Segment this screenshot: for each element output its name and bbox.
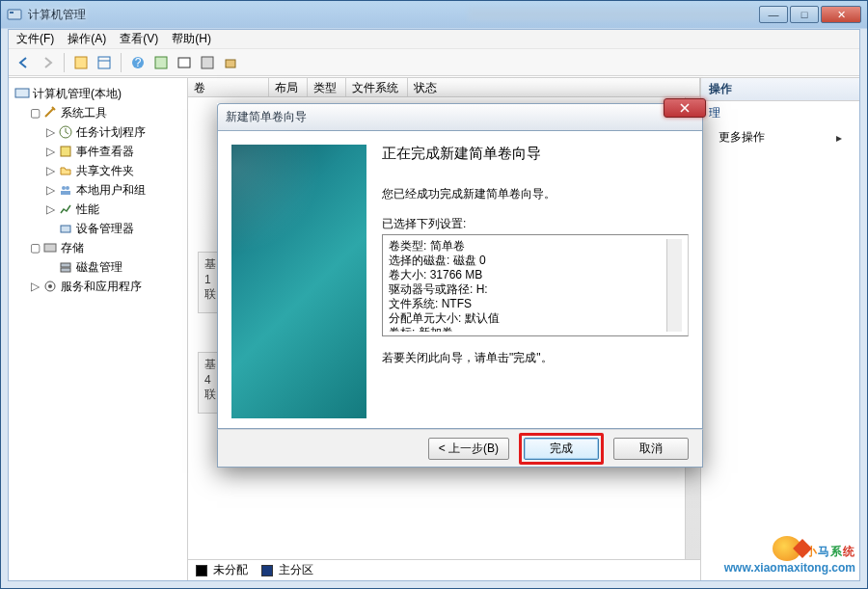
wizard-cancel-button[interactable]: 取消: [613, 438, 689, 460]
tree-local-users[interactable]: ▷本地用户和组: [43, 180, 183, 200]
computer-icon: [14, 86, 30, 101]
column-headers: 卷 布局 类型 文件系统 状态: [188, 78, 700, 97]
col-fs[interactable]: 文件系统: [346, 78, 408, 96]
wizard-finish-button[interactable]: 完成: [524, 438, 599, 460]
svg-rect-9: [202, 57, 213, 68]
expand-icon[interactable]: ▷: [45, 162, 55, 179]
svg-text:?: ?: [135, 56, 142, 69]
tree-storage[interactable]: ▢ 存储: [28, 238, 183, 257]
expand-icon[interactable]: ▷: [45, 181, 55, 199]
tb-icon-6[interactable]: [221, 53, 240, 72]
swatch-primary: [261, 565, 273, 576]
tree-pane: 计算机管理(本地) ▢ 系统工具: [9, 78, 188, 580]
swatch-unallocated: [196, 565, 207, 576]
tree-root[interactable]: 计算机管理(本地): [13, 84, 183, 103]
svg-rect-0: [8, 10, 21, 19]
storage-icon: [42, 240, 58, 255]
tree-disk-management[interactable]: 磁盘管理: [43, 257, 183, 277]
minimize-button[interactable]: —: [759, 6, 788, 23]
dialog-close-button[interactable]: [664, 98, 706, 118]
tree-device-manager[interactable]: 设备管理器: [43, 219, 183, 238]
collapse-icon[interactable]: ▢: [30, 104, 40, 121]
clock-icon: [58, 124, 73, 140]
svg-rect-2: [75, 57, 87, 68]
disk-icon: [58, 259, 73, 275]
svg-point-15: [66, 186, 69, 190]
wizard-back-button[interactable]: < 上一步(B): [428, 438, 509, 460]
svg-rect-19: [61, 263, 70, 267]
svg-rect-1: [10, 12, 14, 13]
help-icon[interactable]: ?: [128, 53, 148, 72]
actions-pane: 操作 理 更多操作 ▸: [701, 78, 859, 580]
actions-more[interactable]: 更多操作 ▸: [701, 125, 859, 149]
wizard-heading: 正在完成新建简单卷向导: [382, 145, 689, 163]
app-window: 计算机管理 — □ ✕ 文件(F) 操作(A) 查看(V) 帮助(H) ?: [0, 0, 868, 589]
window-title: 计算机管理: [28, 7, 429, 23]
svg-rect-17: [61, 226, 70, 232]
close-icon: [679, 103, 691, 113]
tb-icon-5[interactable]: [198, 53, 217, 72]
col-type[interactable]: 类型: [308, 78, 346, 96]
expand-icon[interactable]: ▷: [45, 201, 55, 218]
close-button[interactable]: ✕: [821, 6, 861, 23]
menu-file[interactable]: 文件(F): [16, 31, 54, 47]
tree-event-viewer[interactable]: ▷事件查看器: [43, 142, 183, 161]
menu-help[interactable]: 帮助(H): [172, 31, 211, 47]
wizard-settings-text: 卷类型: 简单卷 选择的磁盘: 磁盘 0 卷大小: 31766 MB 驱动器号或…: [389, 239, 666, 332]
nav-back-icon[interactable]: [14, 53, 34, 72]
expand-icon[interactable]: ▷: [45, 143, 55, 160]
expand-icon[interactable]: ▷: [30, 278, 40, 295]
legend-unallocated: 未分配: [213, 562, 248, 578]
collapse-icon[interactable]: ▢: [30, 239, 40, 256]
col-layout[interactable]: 布局: [269, 78, 308, 96]
tree-shared-folders[interactable]: ▷共享文件夹: [43, 161, 183, 180]
svg-rect-18: [44, 244, 56, 252]
wizard-dialog: 新建简单卷向导 正在完成新建简单卷向导 您已经成功完成新建简单卷向导。 已选择下…: [217, 103, 703, 468]
tb-icon-2[interactable]: [95, 53, 114, 72]
titlebar[interactable]: 计算机管理 — □ ✕: [1, 1, 867, 28]
tools-icon: [42, 105, 58, 120]
svg-point-22: [48, 284, 52, 288]
menu-view[interactable]: 查看(V): [120, 31, 158, 47]
app-icon: [7, 7, 22, 22]
tree-services-apps[interactable]: ▷ 服务和应用程序: [28, 277, 183, 296]
svg-rect-3: [98, 57, 110, 68]
tree-performance[interactable]: ▷性能: [43, 200, 183, 219]
legend: 未分配 主分区: [188, 559, 700, 580]
svg-rect-13: [61, 147, 70, 156]
services-icon: [42, 279, 58, 294]
legend-primary: 主分区: [279, 562, 313, 578]
nav-forward-icon[interactable]: [38, 53, 57, 72]
tree-task-scheduler[interactable]: ▷任务计划程序: [43, 122, 183, 142]
col-status[interactable]: 状态: [408, 78, 700, 96]
maximize-button[interactable]: □: [790, 6, 819, 23]
tb-icon-3[interactable]: [151, 53, 171, 72]
wizard-success-text: 您已经成功完成新建简单卷向导。: [382, 186, 689, 202]
menubar: 文件(F) 操作(A) 查看(V) 帮助(H): [9, 30, 859, 49]
dialog-body: 正在完成新建简单卷向导 您已经成功完成新建简单卷向导。 已选择下列设置: 卷类型…: [217, 130, 703, 429]
wizard-selected-label: 已选择下列设置:: [382, 216, 689, 232]
wizard-settings-box: 卷类型: 简单卷 选择的磁盘: 磁盘 0 卷大小: 31766 MB 驱动器号或…: [382, 234, 689, 336]
folder-icon: [58, 163, 73, 178]
settings-scrollbar[interactable]: [666, 239, 682, 332]
tb-icon-4[interactable]: [175, 53, 194, 72]
svg-point-14: [62, 186, 66, 190]
actions-sublabel: 理: [701, 101, 859, 125]
actions-header: 操作: [701, 78, 859, 101]
col-volume[interactable]: 卷: [188, 78, 269, 96]
device-icon: [58, 221, 73, 236]
tree-system-tools[interactable]: ▢ 系统工具: [28, 103, 183, 122]
expand-icon[interactable]: ▷: [45, 123, 55, 141]
tb-icon-1[interactable]: [71, 53, 91, 72]
titlebar-blur-region: [468, 8, 757, 21]
finish-highlight: 完成: [519, 433, 604, 465]
users-icon: [58, 182, 73, 198]
svg-rect-11: [15, 89, 29, 97]
svg-rect-7: [155, 57, 167, 68]
event-icon: [58, 144, 73, 159]
dialog-button-row: < 上一步(B) 完成 取消: [217, 429, 703, 468]
svg-rect-16: [61, 191, 70, 195]
toolbar: ?: [9, 49, 859, 76]
menu-action[interactable]: 操作(A): [68, 31, 106, 47]
chevron-right-icon: ▸: [836, 131, 842, 145]
